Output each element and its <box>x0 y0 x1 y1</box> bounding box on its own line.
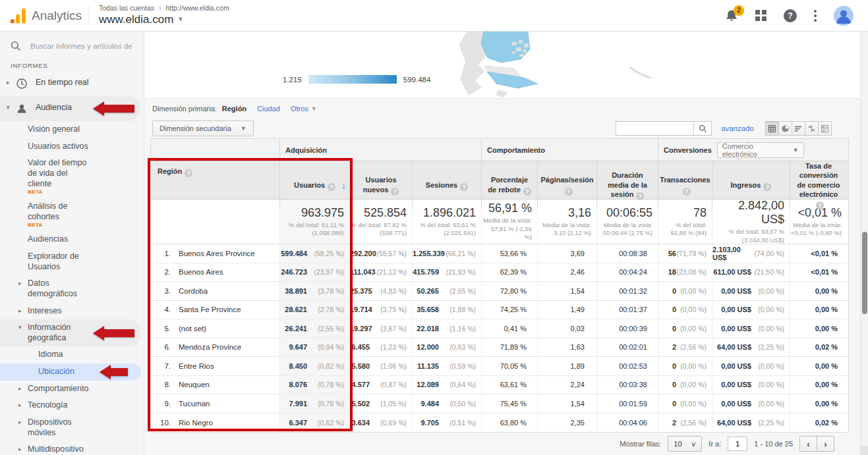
table-row[interactable]: 7.Entre Rios8.450(0,82 %)5.580(1,06 %)11… <box>151 357 848 376</box>
sidebar-item-multidispositivo[interactable]: ▸MultidispositivoBETA <box>0 441 144 455</box>
column-header-paginas[interactable]: Páginas/sesión? <box>538 161 597 209</box>
sidebar-item-visión-general[interactable]: Visión general <box>0 121 144 138</box>
pivot-view-button[interactable] <box>818 121 832 136</box>
dimension-city-link[interactable]: Ciudad <box>257 105 280 113</box>
sidebar-search[interactable] <box>0 32 144 61</box>
region-cell[interactable]: 2.Buenos Aires <box>151 263 280 282</box>
rows-per-page-select[interactable]: 10 ∨ <box>668 436 702 452</box>
expander-right-icon[interactable]: ▸ <box>18 306 28 314</box>
column-header-tasa[interactable]: Tasa de conversión de comercio electróni… <box>790 161 847 209</box>
region-cell[interactable]: 4.Santa Fe Province <box>151 301 280 319</box>
column-header-region[interactable]: Región? <box>151 161 280 209</box>
sidebar-item-intereses[interactable]: ▸Intereses <box>0 303 144 320</box>
breadcrumb-accounts[interactable]: Todas las cuentas <box>99 4 154 12</box>
table-row[interactable]: 1.Buenos Aires Province599.484(58,25 %)2… <box>151 244 848 263</box>
sidebar-item-en-tiempo-real[interactable]: ▸En tiempo real <box>0 71 144 96</box>
help-icon[interactable]: ? <box>784 9 797 22</box>
sidebar-item-audiencias[interactable]: Audiencias <box>0 231 144 248</box>
table-toolbar: Dimensión secundaria ▼ avanzado <box>144 119 860 138</box>
expander-right-icon[interactable]: ▸ <box>18 444 28 452</box>
goto-page-input[interactable] <box>728 437 747 451</box>
table-search-input[interactable] <box>616 121 693 136</box>
geo-map[interactable]: 1.215 599.484 <box>144 32 860 99</box>
more-menu-icon[interactable] <box>814 10 817 22</box>
expander-down-icon[interactable]: ▾ <box>18 323 28 331</box>
group-empty <box>151 139 280 161</box>
comparison-view-button[interactable] <box>805 121 819 136</box>
expander-right-icon[interactable]: ▸ <box>7 78 16 86</box>
sidebar-item-datos-demográficos[interactable]: ▸Datos demográficos <box>0 275 144 302</box>
expander-spacer <box>18 142 28 143</box>
region-cell[interactable]: 10.Rio Negro <box>151 414 280 433</box>
expander-spacer <box>29 350 38 351</box>
expander-right-icon[interactable]: ▸ <box>18 417 28 425</box>
prev-page-button[interactable]: ‹ <box>799 436 817 452</box>
sidebar-item-valor-del-tiempo-de-vida-del-cliente[interactable]: Valor del tiempo de vida del clienteBETA <box>0 155 144 198</box>
table-row[interactable]: 4.Santa Fe Province28.621(2,78 %)19.714(… <box>151 301 848 320</box>
table-row[interactable]: 9.Tucuman7.991(0,78 %)5.502(1,05 %)9.484… <box>151 394 848 414</box>
expander-right-icon[interactable]: ▸ <box>18 384 28 392</box>
app-header: Analytics Todas las cuentas › http://www… <box>0 0 868 32</box>
apps-grid-icon[interactable] <box>755 10 767 21</box>
sort-desc-icon[interactable]: ↓ <box>342 180 347 191</box>
sidebar-item-explorador-de-usuarios[interactable]: Explorador de Usuarios <box>0 248 144 275</box>
sidebar-item-análisis-de-cohortes[interactable]: Análisis de cohortesBETA <box>0 198 144 231</box>
region-cell[interactable]: 3.Cordoba <box>151 282 280 300</box>
advanced-filter-link[interactable]: avanzado <box>721 124 754 132</box>
analytics-logo[interactable]: Analytics <box>0 7 89 24</box>
table-row[interactable]: 5.(not set)26.241(2,55 %)19.297(3,67 %)2… <box>151 319 848 338</box>
table-row[interactable]: 2.Buenos Aires246.723(23,97 %)111.043(21… <box>151 263 848 282</box>
region-cell[interactable]: 6.Mendoza Province <box>151 338 280 357</box>
paginas-cell: 2,24 <box>538 376 597 394</box>
table-row[interactable]: 6.Mendoza Province9.647(0,94 %)6.455(1,2… <box>151 338 848 358</box>
transacciones-cell: 0(0,00 %) <box>658 301 712 319</box>
secondary-dimension-button[interactable]: Dimensión secundaria ▼ <box>152 120 254 136</box>
table-row[interactable]: 10.Rio Negro6.347(0,62 %)3.634(0,69 %)9.… <box>151 414 848 433</box>
next-page-button[interactable]: › <box>817 436 834 452</box>
transacciones-cell: 0(0,00 %) <box>658 394 712 413</box>
region-cell[interactable]: 1.Buenos Aires Province <box>151 244 280 263</box>
sidebar-item-tecnología[interactable]: ▸Tecnología <box>0 397 144 414</box>
notifications-button[interactable]: 2 <box>725 9 738 22</box>
paginas-cell: 1,49 <box>538 301 597 319</box>
column-header-ingresos[interactable]: Ingresos? <box>712 161 790 209</box>
paginas-cell: 3,69 <box>538 244 597 263</box>
primary-dimension-label: Dimensión primaria: <box>152 105 217 113</box>
ecommerce-selector[interactable]: Comercio electrónico ▼ <box>717 142 804 158</box>
sidebar-item-ubicación[interactable]: Ubicación <box>0 363 141 381</box>
dimension-others-link[interactable]: Otros <box>291 105 308 113</box>
column-header-transacciones[interactable]: Transacciones? <box>658 161 712 209</box>
table-row[interactable]: 3.Cordoba38.891(3,78 %)25.375(4,83 %)50.… <box>151 282 848 301</box>
breadcrumb-property-url[interactable]: http://www.eldia.com <box>165 4 229 12</box>
sidebar-item-idioma[interactable]: Idioma <box>0 346 144 363</box>
user-avatar[interactable] <box>834 6 854 26</box>
sidebar-item-comportamiento[interactable]: ▸Comportamiento <box>0 381 144 398</box>
sidebar-item-usuarios-activos[interactable]: Usuarios activos <box>0 138 144 155</box>
sidebar-item-audiencia[interactable]: ▾Audiencia <box>0 96 141 121</box>
percentage-view-button[interactable] <box>778 121 792 136</box>
expander-right-icon[interactable]: ▸ <box>18 400 28 408</box>
table-view-button[interactable] <box>765 121 779 136</box>
sidebar-item-dispositivos-móviles[interactable]: ▸Dispositivos móviles <box>0 414 144 441</box>
sidebar-item-información-geográfica[interactable]: ▾Información geográfica <box>0 319 141 346</box>
region-cell[interactable]: 7.Entre Rios <box>151 357 280 375</box>
transacciones-cell: 2(2,56 %) <box>658 338 712 357</box>
search-input[interactable] <box>30 42 136 50</box>
column-header-rebote[interactable]: Porcentaje de rebote? <box>482 161 538 209</box>
column-header-usuarios-nuevos[interactable]: Usuarios nuevos? <box>350 161 413 209</box>
table-search-button[interactable] <box>693 121 712 136</box>
column-header-usuarios[interactable]: Usuarios?↓ <box>280 161 350 209</box>
region-cell[interactable]: 8.Neuquen <box>151 376 280 394</box>
property-selector[interactable]: www.eldia.com <box>99 13 173 26</box>
dimension-region-selected[interactable]: Región <box>222 105 246 113</box>
expander-right-icon[interactable]: ▸ <box>18 279 28 286</box>
column-header-sesiones[interactable]: Sesiones? <box>413 161 482 209</box>
column-header-duracion[interactable]: Duración media de la sesión? <box>597 161 658 209</box>
region-cell[interactable]: 5.(not set) <box>151 319 280 338</box>
performance-view-button[interactable] <box>792 121 805 136</box>
scrollbar-thumb[interactable] <box>862 232 867 314</box>
region-cell[interactable]: 9.Tucuman <box>151 394 280 413</box>
table-row[interactable]: 8.Neuquen8.076(0,78 %)4.577(0,87 %)12.08… <box>151 376 848 395</box>
expander-down-icon[interactable]: ▾ <box>7 103 16 111</box>
vertical-scrollbar[interactable] <box>860 32 868 455</box>
